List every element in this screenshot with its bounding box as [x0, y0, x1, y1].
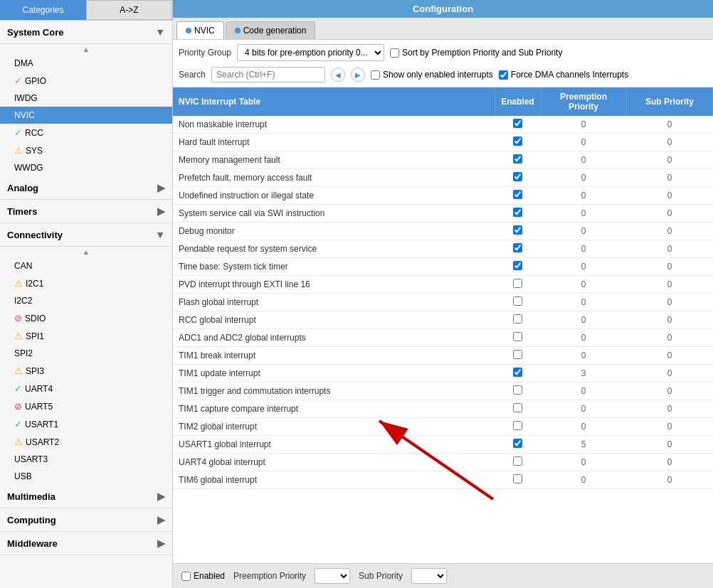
enabled-cell[interactable]: [495, 294, 541, 311]
sidebar-item-iwdg[interactable]: IWDG: [0, 90, 172, 107]
enabled-checkbox[interactable]: [513, 296, 522, 306]
sidebar-item-sys[interactable]: ⚠SYS: [0, 141, 172, 159]
enabled-cell[interactable]: [495, 151, 541, 169]
enabled-checkbox[interactable]: [513, 439, 522, 448]
enabled-cell[interactable]: [495, 400, 541, 418]
enabled-checkbox[interactable]: [513, 385, 522, 395]
scroll-up-system-core[interactable]: ▲: [0, 44, 172, 55]
enabled-checkbox[interactable]: [513, 119, 522, 128]
enabled-checkbox[interactable]: [513, 350, 522, 359]
enabled-checkbox[interactable]: [513, 137, 522, 146]
enabled-checkbox[interactable]: [513, 279, 522, 288]
section-header-multimedia[interactable]: Multimedia▶: [0, 485, 172, 508]
sidebar-item-i2c2[interactable]: I2C2: [0, 292, 172, 309]
enabled-checkbox[interactable]: [513, 456, 522, 466]
enabled-checkbox[interactable]: [513, 208, 522, 217]
enabled-checkbox[interactable]: [513, 421, 522, 430]
force-dma-checkbox[interactable]: [499, 70, 508, 80]
sidebar-item-usart3[interactable]: USART3: [0, 451, 172, 468]
search-input[interactable]: [211, 67, 325, 82]
enabled-cell[interactable]: [495, 116, 541, 134]
enabled-cell[interactable]: [495, 454, 541, 471]
enabled-checkbox[interactable]: [513, 172, 522, 181]
sidebar-item-nvic[interactable]: NVIC: [0, 107, 172, 124]
enabled-cell[interactable]: [495, 223, 541, 240]
tab-atoz[interactable]: A->Z: [86, 0, 172, 20]
scroll-up-icon[interactable]: ▲: [83, 248, 90, 256]
item-label: SDIO: [25, 314, 46, 324]
enabled-checkbox[interactable]: [513, 190, 522, 199]
bottom-preemption-select[interactable]: [315, 568, 350, 584]
interrupt-name: TIM6 global interrupt: [173, 471, 495, 489]
sidebar-item-sdio[interactable]: ⊘SDIO: [0, 309, 172, 327]
sidebar-item-usb[interactable]: USB: [0, 468, 172, 485]
enabled-cell[interactable]: [495, 383, 541, 400]
priority-group-select[interactable]: 4 bits for pre-emption priority 0...: [237, 44, 384, 61]
enabled-cell[interactable]: [495, 329, 541, 347]
enabled-cell[interactable]: [495, 205, 541, 223]
enabled-cell[interactable]: [495, 134, 541, 151]
sort-label: Sort by Premption Priority and Sub Prior…: [402, 48, 562, 58]
scroll-up-icon[interactable]: ▲: [83, 46, 90, 53]
section-header-middleware[interactable]: Middleware▶: [0, 532, 172, 555]
config-tab-codegen[interactable]: Code generation: [226, 21, 316, 39]
enabled-cell[interactable]: [495, 471, 541, 489]
enabled-checkbox[interactable]: [513, 261, 522, 270]
sidebar-item-usart1[interactable]: ✓USART1: [0, 415, 172, 433]
table-row: TIM1 break interrupt 0 0: [173, 347, 713, 365]
sidebar-item-usart2[interactable]: ⚠USART2: [0, 433, 172, 451]
item-label: IWDG: [14, 93, 38, 103]
sub-cell: 0: [627, 471, 713, 489]
table-row: TIM1 update interrupt 3 0: [173, 365, 713, 383]
sidebar-item-can[interactable]: CAN: [0, 257, 172, 274]
section-header-system-core[interactable]: System Core▼: [0, 21, 172, 44]
tab-categories[interactable]: Categories: [0, 0, 86, 20]
show-enabled-checkbox[interactable]: [371, 70, 380, 80]
bottom-sub-select[interactable]: [411, 568, 447, 584]
search-next-button[interactable]: ▶: [351, 68, 365, 82]
enabled-checkbox[interactable]: [513, 225, 522, 235]
sidebar-item-uart5[interactable]: ⊘UART5: [0, 397, 172, 415]
sidebar-item-spi1[interactable]: ⚠SPI1: [0, 327, 172, 345]
section-header-timers[interactable]: Timers▶: [0, 200, 172, 223]
enabled-cell[interactable]: [495, 436, 541, 454]
scroll-up-connectivity[interactable]: ▲: [0, 247, 172, 257]
enabled-cell[interactable]: [495, 311, 541, 329]
enabled-checkbox[interactable]: [513, 403, 522, 412]
sort-checkbox[interactable]: [390, 48, 399, 58]
enabled-cell[interactable]: [495, 240, 541, 258]
enabled-cell[interactable]: [495, 187, 541, 205]
section-header-computing[interactable]: Computing▶: [0, 508, 172, 532]
enabled-cell[interactable]: [495, 169, 541, 187]
search-prev-button[interactable]: ◀: [331, 68, 345, 82]
enabled-cell[interactable]: [495, 365, 541, 383]
sidebar-item-uart4[interactable]: ✓UART4: [0, 380, 172, 397]
check-icon: ✓: [14, 419, 22, 429]
table-row: Flash global interrupt 0 0: [173, 294, 713, 311]
enabled-checkbox[interactable]: [513, 474, 522, 483]
sidebar-item-i2c1[interactable]: ⚠I2C1: [0, 274, 172, 292]
bottom-enabled-checkbox[interactable]: [181, 572, 191, 581]
sidebar-item-dma[interactable]: DMA: [0, 55, 172, 72]
interrupt-name: TIM1 capture compare interrupt: [173, 400, 495, 418]
sidebar-item-gpio[interactable]: ✓GPIO: [0, 72, 172, 90]
circle-icon: ⊘: [14, 313, 22, 324]
enabled-cell[interactable]: [495, 276, 541, 294]
enabled-checkbox[interactable]: [513, 368, 522, 377]
enabled-checkbox[interactable]: [513, 314, 522, 324]
enabled-cell[interactable]: [495, 258, 541, 276]
interrupt-name: Prefetch fault, memory access fault: [173, 169, 495, 187]
enabled-checkbox[interactable]: [513, 332, 522, 341]
config-tab-nvic[interactable]: NVIC: [176, 21, 224, 39]
table-row: ADC1 and ADC2 global interrupts 0 0: [173, 329, 713, 347]
enabled-cell[interactable]: [495, 418, 541, 436]
sidebar-item-spi2[interactable]: SPI2: [0, 345, 172, 362]
sidebar-item-wwdg[interactable]: WWDG: [0, 159, 172, 176]
section-header-analog[interactable]: Analog▶: [0, 176, 172, 200]
enabled-checkbox[interactable]: [513, 243, 522, 252]
sidebar-item-rcc[interactable]: ✓RCC: [0, 124, 172, 141]
section-header-connectivity[interactable]: Connectivity▼: [0, 223, 172, 247]
enabled-cell[interactable]: [495, 347, 541, 365]
enabled-checkbox[interactable]: [513, 154, 522, 164]
sidebar-item-spi3[interactable]: ⚠SPI3: [0, 362, 172, 380]
